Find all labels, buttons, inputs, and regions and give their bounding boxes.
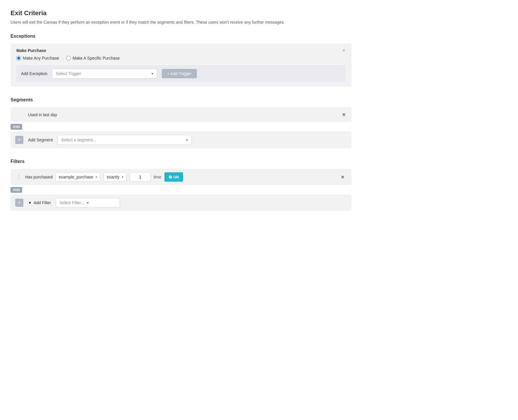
select-filter-dropdown[interactable]: Select Filter... ▾ <box>56 198 120 207</box>
filter-close-button[interactable]: ✕ <box>338 173 347 181</box>
add-exception-row: Add Exception Select Trigger ▾ + Add Tri… <box>16 65 346 82</box>
filter-and-connector: AND <box>11 187 352 193</box>
radio-any-purchase-label: Make Any Purchase <box>23 56 59 60</box>
segment-close-button[interactable]: ✕ <box>336 107 352 122</box>
add-filter-label: ▼ Add Filter <box>28 200 51 205</box>
exception-type-label: Make Purchase <box>16 48 346 53</box>
chevron-down-icon: ▾ <box>95 175 97 179</box>
segments-section: Segments Used in last day ✕ AND + Add Se… <box>11 97 352 148</box>
filter-has-purchased-label: Has purchased <box>25 175 53 179</box>
exception-radio-row: Make Any Purchase Make A Specific Purcha… <box>16 56 346 60</box>
select-segment-placeholder: Select a segment... <box>61 138 96 142</box>
filter-and-badge: AND <box>11 187 22 193</box>
add-segment-label: Add Segment <box>28 138 53 142</box>
page-title: Exit Criteria <box>11 9 352 17</box>
and-connector: AND <box>11 124 352 130</box>
add-filter-plus-button[interactable]: + <box>15 199 23 207</box>
add-filter-row: + ▼ Add Filter Select Filter... ▾ <box>11 195 352 211</box>
filters-section-title: Filters <box>11 159 352 164</box>
radio-any-purchase-input[interactable] <box>16 56 21 60</box>
filter-property-value: example_purchase <box>59 175 93 179</box>
add-trigger-button[interactable]: + Add Trigger <box>162 69 197 78</box>
add-segment-row: + Add Segment Select a segment... ▾ <box>11 131 352 148</box>
select-segment-dropdown[interactable]: Select a segment... ▾ <box>58 135 192 145</box>
chevron-down-icon: ▾ <box>152 72 153 76</box>
page-description: Users will exit the Canvas if they perfo… <box>11 19 352 25</box>
filter-icon: ▼ <box>28 201 32 205</box>
add-exception-label: Add Exception <box>21 71 47 76</box>
select-filter-placeholder: Select Filter... <box>60 200 84 205</box>
plus-circle-icon: ⊕ <box>168 174 172 180</box>
segments-section-title: Segments <box>11 97 352 103</box>
filter-operator-value: exactly <box>107 175 119 179</box>
exceptions-section-title: Exceptions <box>11 34 352 39</box>
radio-make-specific-purchase[interactable]: Make A Specific Purchase <box>66 56 120 60</box>
select-trigger-dropdown[interactable]: Select Trigger ▾ <box>52 69 157 79</box>
chevron-down-icon: ▾ <box>186 138 188 142</box>
filter-count-input[interactable] <box>130 172 151 182</box>
radio-make-any-purchase[interactable]: Make Any Purchase <box>16 56 59 60</box>
filter-drag-handle-icon: ⋮ <box>15 174 22 180</box>
and-badge: AND <box>11 124 22 130</box>
or-label: OR <box>173 175 179 179</box>
filters-section: Filters ⋮ Has purchased example_purchase… <box>11 159 352 211</box>
radio-specific-purchase-label: Make A Specific Purchase <box>73 56 120 60</box>
filter-operator-dropdown[interactable]: exactly ▾ <box>103 172 127 182</box>
filter-row: ⋮ Has purchased example_purchase ▾ exact… <box>11 169 352 185</box>
filter-time-label: time <box>154 175 161 179</box>
exceptions-section: Exceptions × Make Purchase Make Any Purc… <box>11 34 352 87</box>
segment-row: Used in last day ✕ <box>11 107 352 122</box>
radio-specific-purchase-input[interactable] <box>66 56 71 60</box>
exception-close-button[interactable]: × <box>341 48 347 53</box>
select-trigger-placeholder: Select Trigger <box>56 71 81 76</box>
exception-card: × Make Purchase Make Any Purchase Make A… <box>11 44 352 87</box>
segment-drag-handle <box>11 107 26 122</box>
add-segment-plus-button[interactable]: + <box>15 136 23 144</box>
chevron-down-icon: ▾ <box>87 200 89 205</box>
or-button[interactable]: ⊕ OR <box>164 172 183 182</box>
chevron-down-icon: ▾ <box>122 175 124 179</box>
filter-property-dropdown[interactable]: example_purchase ▾ <box>55 172 100 182</box>
add-filter-text: Add Filter <box>34 200 51 205</box>
segment-content: Used in last day <box>26 108 336 122</box>
